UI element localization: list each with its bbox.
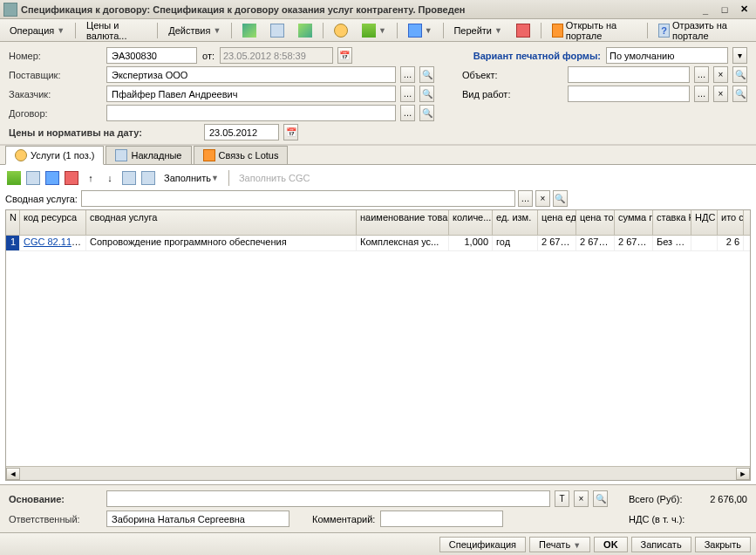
svod-choose-button[interactable]: … — [518, 190, 533, 207]
object-lookup-button[interactable]: 🔍 — [732, 66, 747, 83]
basis-button[interactable]: ▼ — [402, 21, 439, 40]
svod-clear-button[interactable]: × — [535, 190, 550, 207]
nav-last-button[interactable] — [292, 21, 318, 40]
basis-type-button[interactable]: T — [555, 490, 569, 507]
nav-first-button[interactable] — [236, 21, 262, 40]
col-code[interactable]: код ресурса — [20, 210, 86, 235]
add-icon — [7, 171, 21, 185]
col-price-goods[interactable]: цена товар... — [576, 210, 615, 235]
customer-choose-button[interactable]: … — [400, 86, 415, 102]
close-button[interactable]: ✕ — [735, 2, 753, 17]
customer-field[interactable] — [106, 86, 396, 102]
svod-lookup-button[interactable]: 🔍 — [553, 190, 568, 207]
col-price-unit[interactable]: цена едини... — [538, 210, 576, 235]
footer-bar: Спецификация Печать ▼ OK Записать Закрыт… — [0, 532, 756, 555]
sort-desc-button[interactable] — [140, 169, 157, 187]
supplier-field[interactable] — [106, 66, 396, 83]
spec-button[interactable]: Спецификация — [439, 537, 526, 552]
grid-h-scrollbar[interactable]: ◄ ► — [6, 466, 750, 480]
worktype-lookup-button[interactable]: 🔍 — [732, 86, 747, 102]
fill-menu[interactable]: Заполнить ▼ — [159, 171, 224, 185]
supplier-label: Поставщик: — [9, 70, 101, 80]
print-variant-dropdown[interactable]: ▾ — [732, 47, 747, 64]
object-field[interactable] — [568, 66, 690, 83]
edit-row-button[interactable] — [44, 169, 61, 187]
cell-vat — [691, 236, 718, 250]
date-calendar-button[interactable]: 📅 — [337, 47, 352, 64]
contract-field[interactable] — [106, 105, 396, 121]
basis-lookup-button[interactable]: 🔍 — [593, 490, 608, 507]
footer-form: Основание: T × 🔍 Всего (Руб): 2 676,00 О… — [0, 484, 756, 532]
col-n[interactable]: N — [6, 210, 20, 235]
object-choose-button[interactable]: … — [694, 66, 709, 83]
tab-content-services: ↑ ↓ Заполнить ▼ Заполнить CGC Сводная ус… — [0, 165, 756, 484]
print-button[interactable]: Печать ▼ — [529, 537, 590, 552]
table-row[interactable]: 1 CGC 82.11.1... Сопровождение программн… — [6, 236, 750, 251]
norm-date-calendar-button[interactable]: 📅 — [283, 124, 298, 140]
move-up-button[interactable]: ↑ — [82, 169, 99, 187]
prices-currency-button[interactable]: Цены и валюта... — [80, 17, 153, 44]
worktype-field[interactable] — [568, 86, 690, 102]
cell-svod: Сопровождение программного обеспечения — [86, 236, 357, 250]
basis-icon — [408, 24, 422, 38]
operation-menu[interactable]: Операция▼ — [3, 23, 71, 38]
move-down-button[interactable]: ↓ — [101, 169, 119, 187]
customer-lookup-button[interactable]: 🔍 — [419, 86, 434, 102]
reflect-portal-button[interactable]: ?Отразить на портале — [652, 17, 753, 44]
comment-label: Комментарий: — [312, 514, 375, 524]
close-doc-button[interactable]: Закрыть — [695, 537, 751, 552]
post-button[interactable] — [328, 21, 354, 40]
responsible-field[interactable] — [106, 510, 289, 527]
basis-field[interactable] — [106, 490, 550, 507]
cell-n: 1 — [6, 236, 20, 250]
col-vat[interactable]: НДС — [691, 210, 718, 235]
col-qty[interactable]: количе... единиц — [449, 210, 493, 235]
object-clear-button[interactable]: × — [713, 66, 728, 83]
worktype-choose-button[interactable]: … — [694, 86, 709, 102]
comment-field[interactable] — [380, 510, 502, 527]
cell-sum: 2 676,... — [615, 236, 653, 250]
nav-settings-button[interactable] — [264, 21, 290, 40]
col-sum[interactable]: сумма по — [615, 210, 653, 235]
scroll-right-button[interactable]: ► — [736, 468, 750, 480]
scroll-left-button[interactable]: ◄ — [6, 468, 20, 480]
contract-lookup-button[interactable]: 🔍 — [419, 105, 434, 121]
contract-choose-button[interactable]: … — [400, 105, 415, 121]
date-field[interactable]: 23.05.2012 8:58:39 — [220, 47, 333, 64]
grid-body[interactable]: 1 CGC 82.11.1... Сопровождение программн… — [6, 236, 750, 466]
help-icon: ? — [658, 24, 670, 38]
col-svod[interactable]: сводная услуга — [86, 210, 357, 235]
minimize-button[interactable]: _ — [697, 2, 714, 17]
maximize-button[interactable]: □ — [716, 2, 733, 17]
col-total[interactable]: ито сум — [718, 210, 744, 235]
wand-icon — [15, 149, 27, 161]
goto-menu[interactable]: Перейти▼ — [447, 23, 508, 38]
sort-asc-button[interactable] — [120, 169, 138, 187]
tab-lotus[interactable]: Связь с Lotus — [194, 146, 289, 164]
print-variant-select[interactable]: По умолчанию — [606, 47, 728, 64]
supplier-choose-button[interactable]: … — [400, 66, 415, 83]
col-name[interactable]: наименование товара/работы/у... — [357, 210, 449, 235]
open-portal-button[interactable]: Открыть на портале — [546, 17, 643, 44]
copy-row-button[interactable] — [24, 169, 42, 187]
number-field[interactable] — [106, 47, 197, 64]
col-vat-rate[interactable]: ставка НДС — [653, 210, 691, 235]
tab-services[interactable]: Услуги (1 поз.) — [5, 146, 104, 165]
ok-button[interactable]: OK — [594, 537, 628, 552]
actions-menu[interactable]: Действия▼ — [162, 23, 227, 38]
basis-clear-button[interactable]: × — [574, 490, 589, 507]
supplier-lookup-button[interactable]: 🔍 — [419, 66, 434, 83]
worktype-clear-button[interactable]: × — [713, 86, 728, 102]
dtkt-button[interactable] — [510, 21, 536, 40]
from-label: от: — [202, 51, 215, 61]
tab-invoices[interactable]: Накладные — [106, 146, 191, 164]
cell-code[interactable]: CGC 82.11.1... — [20, 236, 86, 250]
add-row-button[interactable] — [5, 169, 23, 187]
sort-asc-icon — [122, 171, 136, 185]
delete-row-button[interactable] — [63, 169, 80, 187]
norm-date-field[interactable] — [204, 124, 279, 140]
save-button[interactable]: Записать — [631, 537, 691, 552]
structure-button[interactable]: ▼ — [356, 21, 392, 40]
col-unit[interactable]: ед. изм. — [493, 210, 538, 235]
svod-field[interactable] — [81, 190, 515, 207]
